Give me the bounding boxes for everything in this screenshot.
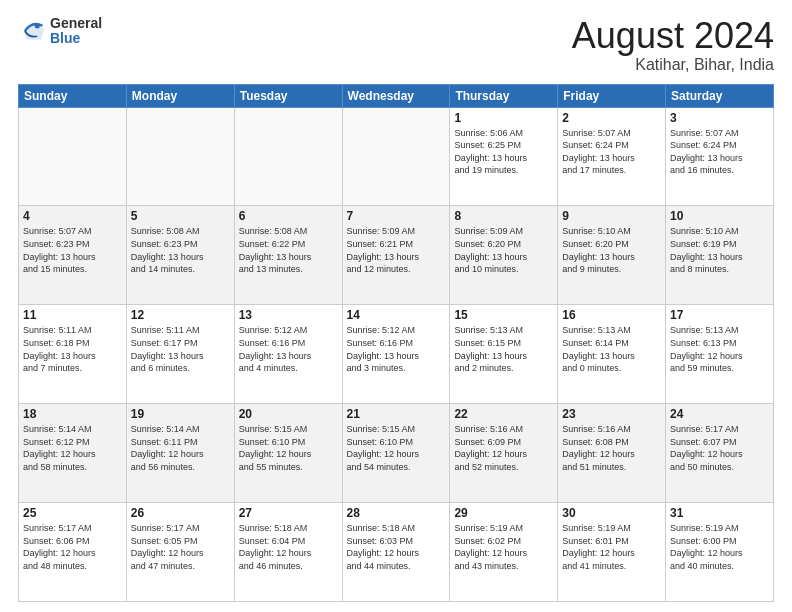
table-row: 10Sunrise: 5:10 AM Sunset: 6:19 PM Dayli… — [666, 206, 774, 305]
day-number: 27 — [239, 506, 338, 520]
logo-text: General Blue — [50, 16, 102, 47]
table-row: 3Sunrise: 5:07 AM Sunset: 6:24 PM Daylig… — [666, 107, 774, 206]
day-info: Sunrise: 5:19 AM Sunset: 6:00 PM Dayligh… — [670, 522, 769, 572]
day-info: Sunrise: 5:18 AM Sunset: 6:04 PM Dayligh… — [239, 522, 338, 572]
table-row — [234, 107, 342, 206]
table-row: 13Sunrise: 5:12 AM Sunset: 6:16 PM Dayli… — [234, 305, 342, 404]
day-number: 3 — [670, 111, 769, 125]
table-row: 5Sunrise: 5:08 AM Sunset: 6:23 PM Daylig… — [126, 206, 234, 305]
day-number: 16 — [562, 308, 661, 322]
col-saturday: Saturday — [666, 84, 774, 107]
table-row: 26Sunrise: 5:17 AM Sunset: 6:05 PM Dayli… — [126, 503, 234, 602]
day-info: Sunrise: 5:07 AM Sunset: 6:24 PM Dayligh… — [562, 127, 661, 177]
day-number: 7 — [347, 209, 446, 223]
table-row: 18Sunrise: 5:14 AM Sunset: 6:12 PM Dayli… — [19, 404, 127, 503]
day-number: 19 — [131, 407, 230, 421]
table-row: 28Sunrise: 5:18 AM Sunset: 6:03 PM Dayli… — [342, 503, 450, 602]
table-row: 21Sunrise: 5:15 AM Sunset: 6:10 PM Dayli… — [342, 404, 450, 503]
header: General Blue August 2024 Katihar, Bihar,… — [18, 16, 774, 74]
calendar-table: Sunday Monday Tuesday Wednesday Thursday… — [18, 84, 774, 602]
day-number: 8 — [454, 209, 553, 223]
day-info: Sunrise: 5:12 AM Sunset: 6:16 PM Dayligh… — [347, 324, 446, 374]
day-number: 14 — [347, 308, 446, 322]
title-month: August 2024 — [572, 16, 774, 56]
calendar-header-row: Sunday Monday Tuesday Wednesday Thursday… — [19, 84, 774, 107]
day-info: Sunrise: 5:09 AM Sunset: 6:21 PM Dayligh… — [347, 225, 446, 275]
table-row: 24Sunrise: 5:17 AM Sunset: 6:07 PM Dayli… — [666, 404, 774, 503]
day-number: 1 — [454, 111, 553, 125]
day-info: Sunrise: 5:19 AM Sunset: 6:02 PM Dayligh… — [454, 522, 553, 572]
day-info: Sunrise: 5:19 AM Sunset: 6:01 PM Dayligh… — [562, 522, 661, 572]
col-wednesday: Wednesday — [342, 84, 450, 107]
day-info: Sunrise: 5:13 AM Sunset: 6:15 PM Dayligh… — [454, 324, 553, 374]
day-info: Sunrise: 5:15 AM Sunset: 6:10 PM Dayligh… — [239, 423, 338, 473]
table-row: 1Sunrise: 5:06 AM Sunset: 6:25 PM Daylig… — [450, 107, 558, 206]
day-number: 9 — [562, 209, 661, 223]
table-row — [126, 107, 234, 206]
day-number: 10 — [670, 209, 769, 223]
day-info: Sunrise: 5:11 AM Sunset: 6:17 PM Dayligh… — [131, 324, 230, 374]
day-number: 22 — [454, 407, 553, 421]
col-tuesday: Tuesday — [234, 84, 342, 107]
table-row: 29Sunrise: 5:19 AM Sunset: 6:02 PM Dayli… — [450, 503, 558, 602]
day-info: Sunrise: 5:12 AM Sunset: 6:16 PM Dayligh… — [239, 324, 338, 374]
calendar-week-row: 4Sunrise: 5:07 AM Sunset: 6:23 PM Daylig… — [19, 206, 774, 305]
day-number: 21 — [347, 407, 446, 421]
day-info: Sunrise: 5:14 AM Sunset: 6:11 PM Dayligh… — [131, 423, 230, 473]
day-number: 25 — [23, 506, 122, 520]
table-row — [19, 107, 127, 206]
day-info: Sunrise: 5:07 AM Sunset: 6:24 PM Dayligh… — [670, 127, 769, 177]
day-info: Sunrise: 5:06 AM Sunset: 6:25 PM Dayligh… — [454, 127, 553, 177]
day-number: 4 — [23, 209, 122, 223]
day-number: 5 — [131, 209, 230, 223]
day-number: 24 — [670, 407, 769, 421]
table-row: 4Sunrise: 5:07 AM Sunset: 6:23 PM Daylig… — [19, 206, 127, 305]
day-number: 18 — [23, 407, 122, 421]
day-info: Sunrise: 5:10 AM Sunset: 6:20 PM Dayligh… — [562, 225, 661, 275]
day-number: 28 — [347, 506, 446, 520]
day-info: Sunrise: 5:09 AM Sunset: 6:20 PM Dayligh… — [454, 225, 553, 275]
col-monday: Monday — [126, 84, 234, 107]
col-sunday: Sunday — [19, 84, 127, 107]
day-number: 17 — [670, 308, 769, 322]
table-row: 20Sunrise: 5:15 AM Sunset: 6:10 PM Dayli… — [234, 404, 342, 503]
table-row: 6Sunrise: 5:08 AM Sunset: 6:22 PM Daylig… — [234, 206, 342, 305]
day-info: Sunrise: 5:10 AM Sunset: 6:19 PM Dayligh… — [670, 225, 769, 275]
logo-icon — [18, 17, 46, 45]
table-row: 27Sunrise: 5:18 AM Sunset: 6:04 PM Dayli… — [234, 503, 342, 602]
svg-point-2 — [35, 24, 40, 29]
day-info: Sunrise: 5:16 AM Sunset: 6:09 PM Dayligh… — [454, 423, 553, 473]
day-info: Sunrise: 5:17 AM Sunset: 6:06 PM Dayligh… — [23, 522, 122, 572]
table-row: 30Sunrise: 5:19 AM Sunset: 6:01 PM Dayli… — [558, 503, 666, 602]
table-row: 16Sunrise: 5:13 AM Sunset: 6:14 PM Dayli… — [558, 305, 666, 404]
day-number: 23 — [562, 407, 661, 421]
day-info: Sunrise: 5:08 AM Sunset: 6:22 PM Dayligh… — [239, 225, 338, 275]
day-info: Sunrise: 5:14 AM Sunset: 6:12 PM Dayligh… — [23, 423, 122, 473]
table-row: 12Sunrise: 5:11 AM Sunset: 6:17 PM Dayli… — [126, 305, 234, 404]
table-row: 19Sunrise: 5:14 AM Sunset: 6:11 PM Dayli… — [126, 404, 234, 503]
day-number: 2 — [562, 111, 661, 125]
day-info: Sunrise: 5:11 AM Sunset: 6:18 PM Dayligh… — [23, 324, 122, 374]
table-row: 7Sunrise: 5:09 AM Sunset: 6:21 PM Daylig… — [342, 206, 450, 305]
day-number: 30 — [562, 506, 661, 520]
day-number: 13 — [239, 308, 338, 322]
day-info: Sunrise: 5:17 AM Sunset: 6:05 PM Dayligh… — [131, 522, 230, 572]
page: General Blue August 2024 Katihar, Bihar,… — [0, 0, 792, 612]
logo: General Blue — [18, 16, 102, 47]
table-row: 11Sunrise: 5:11 AM Sunset: 6:18 PM Dayli… — [19, 305, 127, 404]
day-info: Sunrise: 5:18 AM Sunset: 6:03 PM Dayligh… — [347, 522, 446, 572]
table-row: 31Sunrise: 5:19 AM Sunset: 6:00 PM Dayli… — [666, 503, 774, 602]
table-row — [342, 107, 450, 206]
day-info: Sunrise: 5:17 AM Sunset: 6:07 PM Dayligh… — [670, 423, 769, 473]
table-row: 15Sunrise: 5:13 AM Sunset: 6:15 PM Dayli… — [450, 305, 558, 404]
col-friday: Friday — [558, 84, 666, 107]
table-row: 2Sunrise: 5:07 AM Sunset: 6:24 PM Daylig… — [558, 107, 666, 206]
day-info: Sunrise: 5:13 AM Sunset: 6:14 PM Dayligh… — [562, 324, 661, 374]
day-number: 12 — [131, 308, 230, 322]
day-number: 29 — [454, 506, 553, 520]
logo-blue: Blue — [50, 31, 102, 46]
logo-general: General — [50, 16, 102, 31]
calendar-week-row: 11Sunrise: 5:11 AM Sunset: 6:18 PM Dayli… — [19, 305, 774, 404]
day-number: 11 — [23, 308, 122, 322]
table-row: 8Sunrise: 5:09 AM Sunset: 6:20 PM Daylig… — [450, 206, 558, 305]
